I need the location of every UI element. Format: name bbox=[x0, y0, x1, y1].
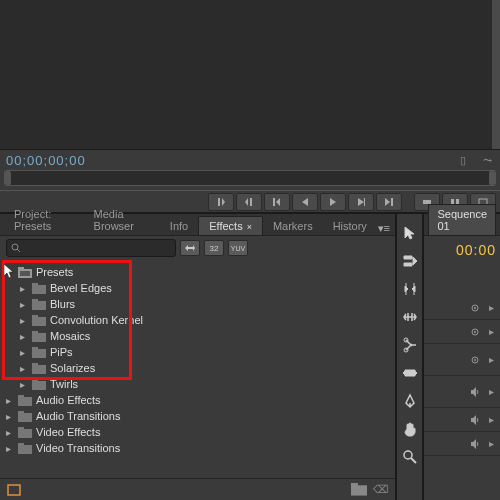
tree-folder[interactable]: ▸Blurs bbox=[6, 296, 389, 312]
tab-project[interactable]: Project: Presets bbox=[4, 205, 84, 235]
svg-rect-8 bbox=[20, 271, 30, 276]
svg-rect-7 bbox=[18, 267, 24, 270]
new-bin-icon[interactable] bbox=[351, 483, 367, 497]
chevron-right-icon[interactable]: ▸ bbox=[20, 315, 28, 326]
pen-tool-icon[interactable] bbox=[401, 392, 419, 410]
tree-label: Audio Effects bbox=[36, 394, 101, 406]
lock-icon[interactable]: ▸ bbox=[484, 301, 498, 315]
chevron-right-icon[interactable]: ▸ bbox=[20, 299, 28, 310]
svg-point-36 bbox=[404, 451, 412, 459]
timeline-scrubber[interactable] bbox=[4, 170, 496, 186]
tree-folder-audio-transitions[interactable]: ▸Audio Transitions bbox=[6, 408, 389, 424]
video-track-header[interactable]: ▸ bbox=[424, 296, 500, 320]
speaker-icon[interactable] bbox=[468, 437, 482, 451]
tree-folder[interactable]: ▸PiPs bbox=[6, 344, 389, 360]
play-button[interactable] bbox=[320, 193, 346, 211]
tree-label: Mosaics bbox=[50, 330, 90, 342]
go-to-out-button[interactable] bbox=[376, 193, 402, 211]
tree-folder-presets[interactable]: ▾ Presets bbox=[6, 264, 389, 280]
speaker-icon[interactable] bbox=[468, 413, 482, 427]
audio-track-header[interactable]: ▸ bbox=[424, 376, 500, 408]
track-select-tool-icon[interactable] bbox=[401, 252, 419, 270]
preset-bin-icon bbox=[18, 267, 32, 278]
svg-rect-0 bbox=[423, 200, 431, 204]
filter-accelerated-button[interactable] bbox=[180, 240, 200, 256]
tree-folder-video-effects[interactable]: ▸Video Effects bbox=[6, 424, 389, 440]
effects-search-row: 32 YUV bbox=[0, 236, 395, 260]
safe-margins-icon[interactable]: ▯ bbox=[456, 154, 470, 166]
go-to-in-button[interactable] bbox=[264, 193, 290, 211]
mark-out-button[interactable] bbox=[236, 193, 262, 211]
current-timecode[interactable]: 00;00;00;00 bbox=[6, 153, 86, 168]
tree-folder-video-transitions[interactable]: ▸Video Transitions bbox=[6, 440, 389, 456]
svg-rect-21 bbox=[32, 381, 46, 390]
svg-point-41 bbox=[474, 331, 476, 333]
tree-folder[interactable]: ▸Convolution Kernel bbox=[6, 312, 389, 328]
speaker-icon[interactable] bbox=[468, 385, 482, 399]
hand-tool-icon[interactable] bbox=[401, 420, 419, 438]
toggle-output-icon[interactable] bbox=[468, 353, 482, 367]
chevron-right-icon[interactable]: ▸ bbox=[20, 363, 28, 374]
tab-history[interactable]: History bbox=[323, 217, 377, 235]
chevron-right-icon[interactable]: ▸ bbox=[6, 395, 14, 406]
close-icon[interactable]: × bbox=[247, 222, 252, 232]
filter-yuv-button[interactable]: YUV bbox=[228, 240, 248, 256]
find-icon[interactable] bbox=[6, 483, 22, 497]
chevron-right-icon[interactable]: ▸ bbox=[20, 347, 28, 358]
step-back-button[interactable] bbox=[292, 193, 318, 211]
folder-icon bbox=[32, 299, 46, 310]
toggle-output-icon[interactable] bbox=[468, 301, 482, 315]
delete-icon[interactable]: ⌫ bbox=[373, 483, 389, 497]
tab-media-browser[interactable]: Media Browser bbox=[84, 205, 160, 235]
ripple-edit-tool-icon[interactable] bbox=[401, 280, 419, 298]
panel-menu-icon[interactable]: ▾≡ bbox=[377, 222, 391, 235]
search-input[interactable] bbox=[6, 239, 176, 257]
tree-label: Presets bbox=[36, 266, 73, 278]
lock-icon[interactable]: ▸ bbox=[484, 353, 498, 367]
tree-folder[interactable]: ▸Twirls bbox=[6, 376, 389, 392]
sequence-panel: Sequence 01 00:00 ▸ ▸ ▸ ▸ ▸ ▸ bbox=[424, 214, 500, 500]
sequence-timecode[interactable]: 00:00 bbox=[424, 236, 500, 264]
tab-markers[interactable]: Markers bbox=[263, 217, 323, 235]
chevron-right-icon[interactable]: ▸ bbox=[6, 443, 14, 454]
svg-rect-10 bbox=[32, 283, 38, 286]
tab-sequence[interactable]: Sequence 01 bbox=[428, 204, 496, 235]
tab-info[interactable]: Info bbox=[160, 217, 198, 235]
razor-tool-icon[interactable] bbox=[401, 336, 419, 354]
svg-rect-33 bbox=[351, 483, 358, 486]
lock-icon[interactable]: ▸ bbox=[484, 385, 498, 399]
rate-stretch-tool-icon[interactable] bbox=[401, 308, 419, 326]
svg-rect-17 bbox=[32, 349, 46, 358]
video-track-header[interactable]: ▸ bbox=[424, 320, 500, 344]
lock-icon[interactable]: ▸ bbox=[484, 325, 498, 339]
svg-rect-24 bbox=[18, 395, 24, 398]
tree-folder[interactable]: ▸Mosaics bbox=[6, 328, 389, 344]
chevron-right-icon[interactable]: ▸ bbox=[20, 283, 28, 294]
toggle-output-icon[interactable] bbox=[468, 325, 482, 339]
audio-track-header[interactable]: ▸ bbox=[424, 432, 500, 456]
effects-tree[interactable]: ▾ Presets ▸Bevel Edges ▸Blurs ▸Convoluti… bbox=[0, 260, 395, 478]
chevron-right-icon[interactable]: ▸ bbox=[20, 331, 28, 342]
tree-folder-audio-effects[interactable]: ▸Audio Effects bbox=[6, 392, 389, 408]
tab-effects[interactable]: Effects× bbox=[198, 216, 263, 235]
filter-32bit-button[interactable]: 32 bbox=[204, 240, 224, 256]
chevron-right-icon[interactable]: ▸ bbox=[6, 411, 14, 422]
chevron-right-icon[interactable]: ▸ bbox=[20, 379, 28, 390]
tree-folder[interactable]: ▸Bevel Edges bbox=[6, 280, 389, 296]
step-forward-button[interactable] bbox=[348, 193, 374, 211]
svg-rect-25 bbox=[18, 413, 32, 422]
selection-tool-icon[interactable] bbox=[401, 224, 419, 242]
slip-tool-icon[interactable] bbox=[401, 364, 419, 382]
mark-in-button[interactable] bbox=[208, 193, 234, 211]
folder-icon bbox=[32, 379, 46, 390]
lock-icon[interactable]: ▸ bbox=[484, 437, 498, 451]
audio-track-header[interactable]: ▸ bbox=[424, 408, 500, 432]
lock-icon[interactable]: ▸ bbox=[484, 413, 498, 427]
output-icon[interactable]: ⤳ bbox=[480, 154, 494, 166]
zoom-tool-icon[interactable] bbox=[401, 448, 419, 466]
svg-rect-27 bbox=[18, 429, 32, 438]
tree-label: PiPs bbox=[50, 346, 73, 358]
video-track-header[interactable]: ▸ bbox=[424, 344, 500, 376]
chevron-right-icon[interactable]: ▸ bbox=[6, 427, 14, 438]
tree-folder[interactable]: ▸Solarizes bbox=[6, 360, 389, 376]
